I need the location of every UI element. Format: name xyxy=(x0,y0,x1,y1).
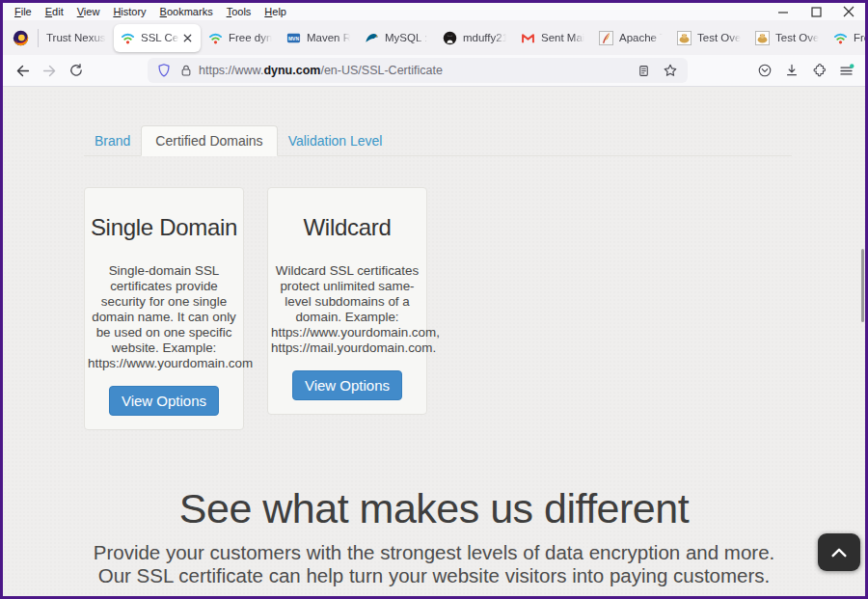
scroll-to-top-button[interactable] xyxy=(818,533,860,571)
back-button[interactable] xyxy=(9,58,36,83)
menu-edit[interactable]: Edit xyxy=(39,5,70,18)
tab-test-over-2[interactable]: Test Over xyxy=(748,24,826,52)
tab-sent-mail[interactable]: Sent Mail xyxy=(514,24,591,52)
tab-maven[interactable]: MVN Maven Re xyxy=(280,24,357,52)
tab-apache[interactable]: Apache T xyxy=(592,24,669,52)
github-icon xyxy=(443,31,457,45)
tab-bar: Trust Nexus ~ SSL Ce Free dyna xyxy=(3,20,865,55)
app-menu-hamburger-icon[interactable] xyxy=(832,58,859,83)
tab-title: mduffy21 xyxy=(463,32,506,43)
url-text[interactable]: https://www.dynu.com/en-US/SSL-Certifica… xyxy=(199,64,443,77)
tracking-protection-shield-icon[interactable] xyxy=(156,63,172,78)
certificate-cards: Single Domain Single-domain SSL certific… xyxy=(84,187,865,430)
navigation-toolbar: https://www.dynu.com/en-US/SSL-Certifica… xyxy=(3,55,865,87)
single-domain-card: Single Domain Single-domain SSL certific… xyxy=(84,187,244,430)
urlbar-page-actions xyxy=(630,58,684,83)
tab-free-dynamic-dns[interactable]: Free dyna xyxy=(202,24,279,52)
tab-title: Free dyna xyxy=(229,32,272,43)
tab-title: Free dyna xyxy=(854,32,868,43)
toolbar-right-icons xyxy=(751,58,859,83)
apache-feather-icon xyxy=(599,31,613,45)
tomcat-icon xyxy=(677,31,692,45)
url-bar[interactable]: https://www.dynu.com/en-US/SSL-Certifica… xyxy=(148,58,688,83)
menu-bar: File Edit View History Bookmarks Tools H… xyxy=(3,3,865,20)
section-heading: See what makes us different xyxy=(3,485,865,532)
menu-file[interactable]: File xyxy=(8,5,39,18)
tab-title: Apache T xyxy=(619,32,663,43)
dynu-wifi-icon xyxy=(833,31,848,45)
lock-icon[interactable] xyxy=(179,64,193,77)
tab-title: Test Over xyxy=(775,32,819,43)
page-scrollbar[interactable] xyxy=(861,249,864,322)
dynu-wifi-icon xyxy=(121,31,135,45)
tab-github[interactable]: mduffy21 xyxy=(436,24,513,52)
tab-certified-domains[interactable]: Certified Domains xyxy=(141,125,277,156)
bookmark-star-icon[interactable] xyxy=(657,58,684,83)
tab-title: MySQL :: E xyxy=(385,32,428,43)
tab-title: SSL Ce xyxy=(141,32,179,43)
tab-mysql[interactable]: MySQL :: E xyxy=(358,24,435,52)
dynu-wifi-icon xyxy=(208,31,223,45)
card-description: Wildcard SSL certificates protect unlimi… xyxy=(271,263,423,356)
tomcat-icon xyxy=(755,31,770,45)
tab-title: Test Over xyxy=(697,32,741,43)
gmail-icon xyxy=(521,31,535,45)
subheading-line-2: Our SSL certificate can help turn your w… xyxy=(3,564,865,587)
section-subheading: Provide your customers with the stronges… xyxy=(3,541,865,587)
reload-button[interactable] xyxy=(63,58,90,83)
menu-history[interactable]: History xyxy=(106,5,152,18)
menu-help[interactable]: Help xyxy=(258,5,293,18)
tab-title: Maven Re xyxy=(307,32,350,43)
card-description: Single-domain SSL certificates provide s… xyxy=(88,263,240,371)
view-options-button[interactable]: View Options xyxy=(109,386,219,416)
tab-test-over-1[interactable]: Test Over xyxy=(670,24,747,52)
tab-ssl-certificate-active[interactable]: SSL Ce xyxy=(114,24,201,52)
forward-button[interactable] xyxy=(36,58,63,83)
minimize-button[interactable] xyxy=(767,3,800,20)
url-scheme: https://www. xyxy=(199,64,263,77)
pocket-icon[interactable] xyxy=(751,58,778,83)
url-domain: dynu.com xyxy=(263,64,320,77)
maximize-button[interactable] xyxy=(800,3,832,20)
extensions-puzzle-icon[interactable] xyxy=(805,58,832,83)
wildcard-card: Wildcard Wildcard SSL certificates prote… xyxy=(267,187,427,415)
menu-bookmarks[interactable]: Bookmarks xyxy=(153,5,220,18)
tab-brand[interactable]: Brand xyxy=(84,126,141,155)
svg-text:MVN: MVN xyxy=(288,35,300,41)
card-title: Wildcard xyxy=(268,214,426,241)
tab-title: Sent Mail xyxy=(541,32,584,43)
url-path: /en-US/SSL-Certificate xyxy=(320,64,442,77)
tab-validation-level[interactable]: Validation Level xyxy=(278,126,393,155)
chevron-up-icon xyxy=(829,545,849,560)
card-title: Single Domain xyxy=(85,214,243,241)
tab-title: Trust Nexus ~ xyxy=(46,32,106,43)
certificate-tabs: Brand Certified Domains Validation Level xyxy=(84,125,792,156)
downloads-icon[interactable] xyxy=(778,58,805,83)
menu-tools[interactable]: Tools xyxy=(220,5,258,18)
reader-mode-icon[interactable] xyxy=(630,58,657,83)
tab-trust-nexus[interactable]: Trust Nexus ~ xyxy=(40,24,113,52)
view-options-button[interactable]: View Options xyxy=(292,370,402,400)
menu-view[interactable]: View xyxy=(70,5,107,18)
maven-icon: MVN xyxy=(286,31,301,45)
close-tab-icon[interactable] xyxy=(181,32,194,44)
page-content: Brand Certified Domains Validation Level… xyxy=(3,90,865,596)
browser-window: File Edit View History Bookmarks Tools H… xyxy=(0,0,868,599)
subheading-line-1: Provide your customers with the stronges… xyxy=(3,541,865,564)
tab-separator xyxy=(38,29,39,47)
close-window-button[interactable] xyxy=(832,3,865,20)
firefox-logo-icon xyxy=(13,30,29,46)
window-controls xyxy=(767,3,865,20)
mysql-dolphin-icon xyxy=(365,31,379,45)
tab-free-dynamic-dns-2[interactable]: Free dyna xyxy=(827,24,868,52)
